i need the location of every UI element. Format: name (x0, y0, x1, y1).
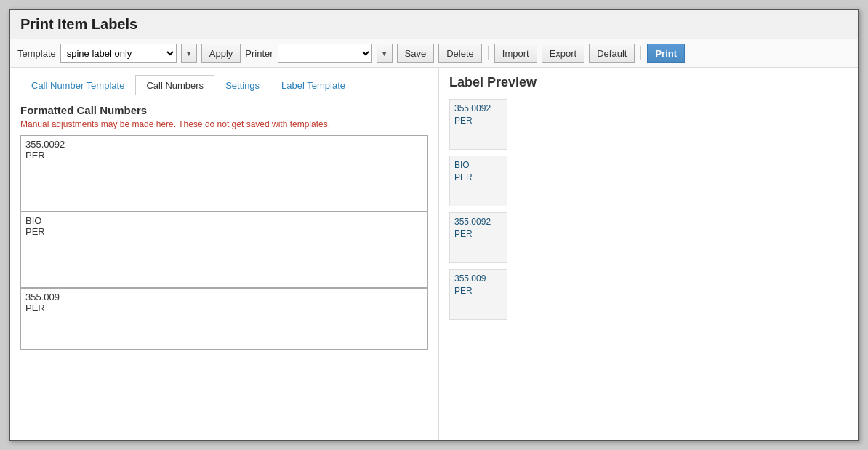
tab-settings[interactable]: Settings (214, 75, 270, 95)
export-button[interactable]: Export (542, 44, 585, 63)
tab-label-template[interactable]: Label Template (270, 75, 356, 95)
page-title: Print Item Labels (20, 16, 848, 33)
separator2 (640, 46, 641, 60)
tabs: Call Number Template Call Numbers Settin… (20, 75, 428, 95)
label-cards: 355.0092 PER BIO PER 355.0092 PER (449, 99, 848, 320)
formatted-call-numbers-section: Formatted Call Numbers Manual adjustment… (20, 104, 428, 350)
toolbar: Template spine label only ▼ Apply Printe… (10, 39, 858, 68)
title-bar: Print Item Labels (10, 10, 858, 39)
call-number-textarea-1[interactable]: 355.0092 PER (21, 136, 427, 209)
delete-button[interactable]: Delete (438, 44, 482, 63)
template-select[interactable]: spine label only (60, 44, 177, 63)
hint-text: Manual adjustments may be made here. The… (20, 119, 428, 129)
tab-call-number-template[interactable]: Call Number Template (20, 75, 135, 95)
printer-select[interactable] (278, 44, 372, 63)
printer-dropdown-arrow[interactable]: ▼ (377, 44, 393, 63)
left-panel: Call Number Template Call Numbers Settin… (10, 68, 439, 440)
label-card-2-text: BIO PER (454, 159, 502, 184)
label-card-4-text: 355.009 PER (454, 273, 502, 297)
template-dropdown-arrow[interactable]: ▼ (181, 44, 197, 63)
template-label: Template (17, 48, 56, 59)
label-card-4: 355.009 PER (449, 269, 507, 320)
printer-label: Printer (245, 48, 273, 59)
label-card-3: 355.0092 PER (449, 212, 507, 263)
call-number-textarea-2[interactable]: BIO PER (21, 212, 427, 285)
print-button[interactable]: Print (647, 44, 685, 63)
apply-button[interactable]: Apply (201, 44, 241, 63)
call-number-entry-1: 355.0092 PER (20, 135, 428, 212)
call-number-entry-3: 355.009 PER (20, 288, 428, 350)
label-card-1: 355.0092 PER (449, 99, 507, 150)
right-panel: Label Preview 355.0092 PER BIO PER (439, 68, 858, 440)
main-window: Print Item Labels Template spine label o… (9, 9, 859, 441)
main-content: Call Number Template Call Numbers Settin… (10, 68, 858, 440)
default-button[interactable]: Default (589, 44, 635, 63)
import-button[interactable]: Import (494, 44, 537, 63)
label-preview-title: Label Preview (449, 75, 848, 90)
label-card-3-text: 355.0092 PER (454, 216, 502, 241)
call-number-textarea-3[interactable]: 355.009 PER (21, 289, 427, 347)
label-card-2: BIO PER (449, 156, 507, 206)
save-button[interactable]: Save (397, 44, 435, 63)
label-card-1-text: 355.0092 PER (454, 103, 502, 127)
separator (488, 46, 489, 60)
tab-call-numbers[interactable]: Call Numbers (135, 75, 214, 95)
section-title: Formatted Call Numbers (20, 104, 428, 116)
call-number-entry-2: BIO PER (20, 212, 428, 288)
